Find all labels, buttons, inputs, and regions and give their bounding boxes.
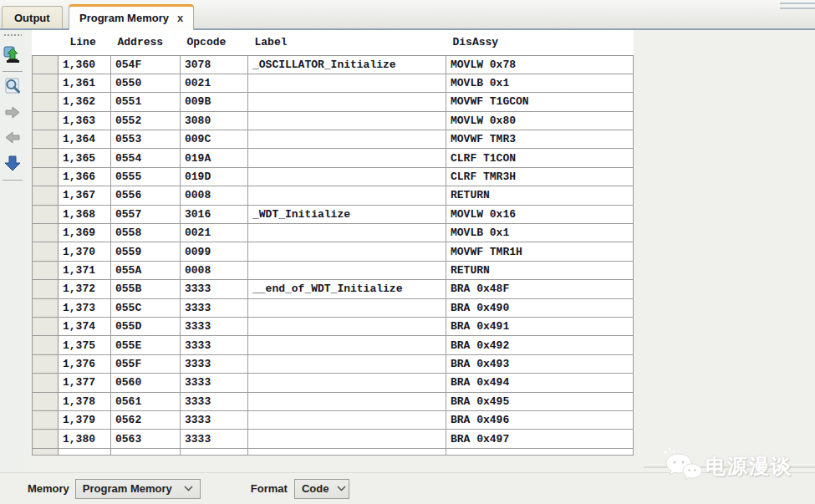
table-row[interactable]: 1,363 0552 3080 MOVLW 0x80 (33, 111, 634, 130)
opcode-cell[interactable]: 009B (181, 93, 248, 111)
opcode-cell[interactable] (181, 448, 248, 455)
line-cell[interactable]: 1,377 (59, 374, 111, 392)
memory-select[interactable]: Program Memory (75, 479, 201, 499)
opcode-cell[interactable]: 0021 (181, 74, 248, 92)
table-row[interactable]: 1,360 054F 3078 _OSCILLATOR_Initialize M… (33, 55, 634, 74)
row-gutter-cell[interactable] (33, 111, 59, 130)
line-cell[interactable]: 1,378 (59, 392, 111, 410)
label-cell[interactable] (248, 224, 446, 242)
disassy-cell[interactable]: MOVLB 0x1 (446, 224, 634, 242)
table-row-partial[interactable] (33, 448, 634, 455)
table-row[interactable]: 1,364 0553 009C MOVWF TMR3 (33, 130, 634, 149)
table-row[interactable]: 1,380 0563 3333 BRA 0x497 (33, 430, 634, 448)
opcode-cell[interactable]: 3333 (181, 374, 248, 392)
label-cell[interactable] (248, 261, 446, 279)
line-cell[interactable]: 1,365 (59, 149, 111, 167)
address-cell[interactable]: 0560 (111, 374, 181, 392)
opcode-cell[interactable]: 3333 (181, 392, 248, 410)
disassy-cell[interactable]: BRA 0x48F (446, 280, 634, 298)
table-row[interactable]: 1,361 0550 0021 MOVLB 0x1 (33, 74, 634, 92)
address-cell[interactable]: 055F (111, 354, 181, 373)
row-gutter-cell[interactable] (33, 374, 59, 392)
row-gutter-cell[interactable] (33, 186, 59, 205)
disassy-cell[interactable]: BRA 0x494 (446, 374, 634, 392)
table-row[interactable]: 1,375 055E 3333 BRA 0x492 (33, 336, 634, 354)
disassy-cell[interactable]: CLRF TMR3H (446, 167, 634, 186)
row-gutter-cell[interactable] (33, 242, 59, 261)
address-cell[interactable]: 055A (111, 261, 181, 279)
line-cell[interactable]: 1,370 (59, 242, 111, 261)
row-gutter-cell[interactable] (33, 430, 59, 448)
address-cell[interactable]: 0553 (111, 130, 181, 149)
label-cell[interactable]: _OSCILLATOR_Initialize (248, 55, 446, 74)
step-backward-icon[interactable] (3, 128, 23, 148)
tab-program-memory[interactable]: Program Memory x (69, 4, 194, 30)
row-gutter-cell[interactable] (33, 93, 59, 111)
disassy-cell[interactable]: RETURN (446, 261, 634, 279)
address-cell[interactable]: 0555 (111, 167, 181, 186)
table-row[interactable]: 1,371 055A 0008 RETURN (33, 261, 634, 279)
label-cell[interactable] (248, 111, 446, 130)
label-cell[interactable] (248, 74, 446, 92)
address-cell[interactable]: 0554 (111, 149, 181, 167)
row-gutter-cell[interactable] (33, 261, 59, 279)
disassy-cell[interactable]: BRA 0x497 (446, 430, 634, 448)
close-icon[interactable]: x (177, 13, 183, 23)
address-cell[interactable]: 0558 (111, 224, 181, 242)
opcode-cell[interactable]: 3333 (181, 410, 248, 429)
row-gutter-cell[interactable] (33, 149, 59, 167)
address-cell[interactable]: 055E (111, 336, 181, 354)
disassy-cell[interactable]: RETURN (446, 186, 634, 205)
line-cell[interactable]: 1,364 (59, 130, 111, 149)
label-cell[interactable] (248, 149, 446, 167)
address-cell[interactable]: 0550 (111, 74, 181, 92)
find-icon[interactable] (3, 76, 23, 96)
table-row[interactable]: 1,379 0562 3333 BRA 0x496 (33, 410, 634, 429)
opcode-cell[interactable]: 009C (181, 130, 248, 149)
table-row[interactable]: 1,367 0556 0008 RETURN (33, 186, 634, 205)
disassy-cell[interactable]: BRA 0x496 (446, 410, 634, 429)
address-cell[interactable]: 055D (111, 317, 181, 335)
opcode-cell[interactable]: 3333 (181, 317, 248, 335)
opcode-cell[interactable]: 3333 (181, 336, 248, 354)
line-cell[interactable]: 1,375 (59, 336, 111, 354)
address-cell[interactable]: 055C (111, 298, 181, 317)
row-gutter-cell[interactable] (33, 280, 59, 298)
disassy-cell[interactable]: CLRF T1CON (446, 149, 634, 167)
table-row[interactable]: 1,372 055B 3333 __end_of_WDT_Initialize … (33, 280, 634, 298)
address-cell[interactable]: 0561 (111, 392, 181, 410)
address-cell[interactable]: 055B (111, 280, 181, 298)
line-cell[interactable]: 1,380 (59, 430, 111, 448)
row-gutter-cell[interactable] (33, 317, 59, 335)
table-row[interactable]: 1,374 055D 3333 BRA 0x491 (33, 317, 634, 335)
label-cell[interactable] (248, 448, 446, 455)
line-cell[interactable]: 1,361 (59, 74, 111, 92)
address-cell[interactable]: 0562 (111, 410, 181, 429)
tab-output[interactable]: Output (2, 6, 63, 28)
opcode-cell[interactable]: 3333 (181, 354, 248, 373)
opcode-cell[interactable]: 3016 (181, 205, 248, 223)
label-cell[interactable] (248, 167, 446, 186)
line-cell[interactable] (59, 448, 111, 455)
table-row[interactable]: 1,378 0561 3333 BRA 0x495 (33, 392, 634, 410)
opcode-cell[interactable]: 3333 (181, 430, 248, 448)
label-cell[interactable] (248, 93, 446, 111)
step-forward-icon[interactable] (3, 103, 23, 123)
address-cell[interactable]: 0552 (111, 111, 181, 130)
format-select[interactable]: Code (294, 479, 349, 499)
opcode-cell[interactable]: 0008 (181, 261, 248, 279)
label-cell[interactable] (248, 186, 446, 205)
row-gutter-cell[interactable] (33, 74, 59, 92)
table-row[interactable]: 1,366 0555 019D CLRF TMR3H (33, 167, 634, 186)
label-cell[interactable] (248, 430, 446, 448)
disassy-cell[interactable]: MOVLW 0x78 (446, 55, 634, 74)
opcode-cell[interactable]: 3080 (181, 111, 248, 130)
read-device-memory-icon[interactable] (3, 45, 23, 65)
line-cell[interactable]: 1,374 (59, 317, 111, 335)
label-cell[interactable] (248, 410, 446, 429)
table-row[interactable]: 1,362 0551 009B MOVWF T1GCON (33, 93, 634, 111)
address-cell[interactable] (111, 448, 181, 455)
table-row[interactable]: 1,369 0558 0021 MOVLB 0x1 (33, 224, 634, 242)
go-to-bottom-icon[interactable] (3, 153, 23, 173)
line-cell[interactable]: 1,367 (59, 186, 111, 205)
